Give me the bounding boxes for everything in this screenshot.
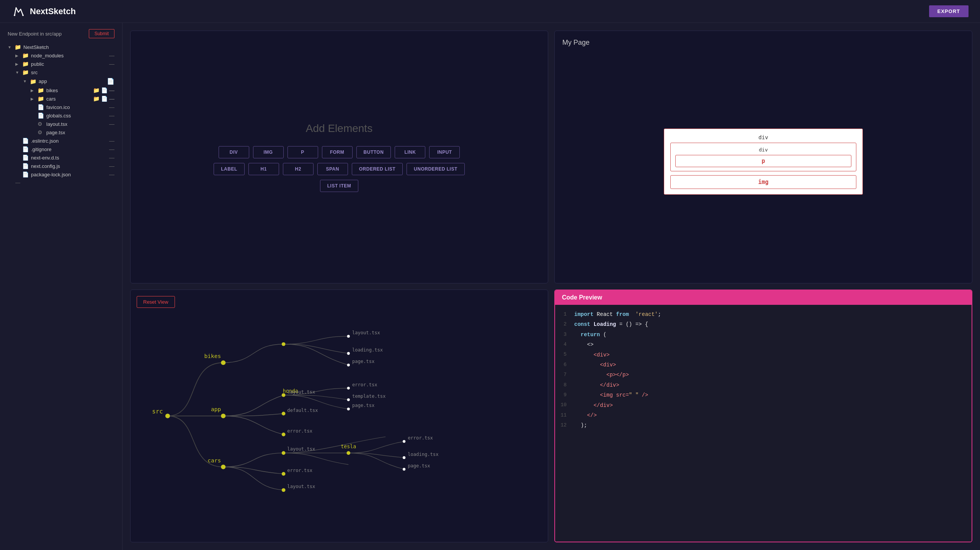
header: NextSketch EXPORT — [0, 0, 980, 23]
line-number: 8 — [555, 381, 574, 389]
folder-icon: 📁 — [22, 52, 29, 59]
page-label: page.tsx — [45, 130, 114, 135]
sidebar-item-nextconfig[interactable]: ▶ 📄 next.config.js — — [0, 162, 122, 170]
add-file-icon[interactable]: 📄 — [107, 78, 114, 85]
sidebar-item-packagelock[interactable]: ▶ 📄 package-lock.json — — [0, 170, 122, 179]
remove-icon[interactable]: — — [109, 171, 114, 177]
list-item-button[interactable]: LIST ITEM — [320, 180, 359, 192]
svg-text:template.tsx: template.tsx — [352, 394, 385, 399]
bikes-label: bikes — [46, 88, 91, 93]
ordered-list-button[interactable]: ORDERED LIST — [352, 163, 403, 175]
add-folder-icon[interactable]: 📁 — [93, 87, 100, 93]
remove-icon[interactable]: — — [109, 163, 114, 169]
sidebar-item-node-modules[interactable]: ▶ 📁 node_modules — — [0, 51, 122, 60]
code-preview-header: Code Preview — [555, 290, 972, 305]
svg-text:src: src — [152, 408, 163, 415]
svg-point-18 — [347, 398, 350, 401]
remove-icon[interactable]: — — [109, 87, 114, 93]
add-folder-icon[interactable]: 📁 — [93, 96, 100, 102]
tree-root[interactable]: ▼ 📁 NextSketch — [0, 43, 122, 51]
svg-point-9 — [282, 433, 286, 436]
sidebar-item-nextenv[interactable]: ▶ 📄 next-env.d.ts — — [0, 153, 122, 162]
svg-text:bikes: bikes — [204, 353, 221, 359]
sidebar-top: New Endpoint in src/app Submit — [0, 29, 122, 43]
sidebar-item-public[interactable]: ▶ 📁 public — — [0, 60, 122, 68]
line-number: 5 — [555, 351, 574, 359]
button-button[interactable]: BUTTON — [356, 146, 391, 158]
form-button[interactable]: FORM — [322, 146, 353, 158]
svg-text:loading.tsx: loading.tsx — [408, 452, 438, 457]
add-file-icon[interactable]: 📄 — [101, 96, 108, 102]
node-modules-label: node_modules — [31, 53, 107, 59]
eslint-label: .eslintrc.json — [31, 138, 107, 144]
link-button[interactable]: LINK — [395, 146, 425, 158]
sidebar-item-globals[interactable]: ▶ 📄 globals.css — — [0, 111, 122, 120]
img-button[interactable]: IMG — [253, 146, 284, 158]
public-label: public — [31, 61, 107, 67]
file-icon: 📄 — [22, 146, 29, 152]
item-actions: — — [109, 61, 114, 67]
file-icon: 📄 — [22, 171, 29, 177]
code-line-12: 12 ); — [555, 420, 972, 430]
remove-icon[interactable]: — — [109, 155, 114, 161]
sidebar-item-src[interactable]: ▼ 📁 src — [0, 68, 122, 76]
inner-div-label: div — [675, 147, 851, 153]
add-file-icon[interactable]: 📄 — [101, 87, 108, 93]
logo-icon — [11, 5, 25, 18]
svg-point-19 — [347, 408, 350, 410]
label-button[interactable]: LABEL — [214, 163, 245, 175]
sidebar-item-app[interactable]: ▼ 📁 app 📄 — [0, 76, 122, 86]
logo: NextSketch — [11, 5, 76, 18]
sidebar-item-bikes[interactable]: ▶ 📁 bikes 📁 📄 — — [0, 86, 122, 94]
svg-point-15 — [347, 352, 350, 355]
sidebar-item-layout[interactable]: ▶ ⚙ layout.tsx — — [0, 120, 122, 128]
remove-icon[interactable]: — — [109, 104, 114, 110]
remove-icon[interactable]: — — [109, 121, 114, 127]
submit-button[interactable]: Submit — [89, 29, 114, 38]
img-preview[interactable]: img — [670, 175, 856, 189]
packagelock-label: package-lock.json — [31, 172, 107, 177]
file-icon: 📄 — [38, 112, 44, 119]
remove-icon[interactable]: — — [109, 138, 114, 144]
svg-text:error.tsx: error.tsx — [287, 428, 312, 434]
item-actions[interactable]: 📁 📄 — — [93, 96, 114, 102]
line-number: 4 — [555, 341, 574, 349]
line-number: 2 — [555, 321, 574, 329]
tree-graph-svg: src bikes app cars tesla honda layout.ts… — [131, 290, 548, 542]
svg-text:tesla: tesla — [341, 444, 356, 449]
div-button[interactable]: DIV — [219, 146, 249, 158]
sidebar-item-page[interactable]: ▶ ⚙ page.tsx — [0, 128, 122, 137]
h2-button[interactable]: H2 — [283, 163, 314, 175]
code-line-3: 3 return ( — [555, 330, 972, 340]
export-button[interactable]: EXPORT — [929, 5, 969, 17]
code-line-11: 11 </> — [555, 410, 972, 420]
sidebar-item-gitignore[interactable]: ▶ 📄 .gitignore — — [0, 145, 122, 153]
svg-text:default.tsx: default.tsx — [287, 408, 318, 413]
remove-icon[interactable]: — — [109, 146, 114, 152]
svg-point-8 — [282, 412, 286, 416]
svg-point-17 — [347, 387, 350, 389]
h1-button[interactable]: H1 — [248, 163, 279, 175]
input-button[interactable]: INPUT — [429, 146, 460, 158]
svg-text:page.tsx: page.tsx — [352, 403, 374, 408]
span-button[interactable]: SPAN — [317, 163, 348, 175]
add-elements-title: Add Elements — [306, 122, 372, 135]
svg-point-11 — [282, 472, 286, 476]
p-preview[interactable]: p — [675, 155, 851, 167]
item-actions[interactable]: 📁 📄 — — [93, 87, 114, 93]
favicon-label: favicon.ico — [46, 104, 107, 110]
folder-icon: 📁 — [22, 61, 29, 67]
p-button[interactable]: P — [287, 146, 318, 158]
unordered-list-button[interactable]: UNORDERED LIST — [407, 163, 465, 175]
sidebar-item-favicon[interactable]: ▶ 📄 favicon.ico — — [0, 103, 122, 111]
svg-text:layout.tsx: layout.tsx — [287, 446, 315, 452]
sidebar-item-cars[interactable]: ▶ 📁 cars 📁 📄 — — [0, 94, 122, 103]
reset-view-button[interactable]: Reset View — [137, 296, 175, 308]
remove-icon[interactable]: — — [109, 96, 114, 102]
line-number: 10 — [555, 401, 574, 409]
code-line-8: 8 </div> — [555, 380, 972, 390]
elements-row-1: DIV IMG P FORM BUTTON LINK INPUT — [219, 146, 460, 158]
remove-icon[interactable]: — — [109, 112, 114, 119]
svg-point-16 — [347, 364, 350, 366]
sidebar-item-eslint[interactable]: ▶ 📄 .eslintrc.json — — [0, 137, 122, 145]
